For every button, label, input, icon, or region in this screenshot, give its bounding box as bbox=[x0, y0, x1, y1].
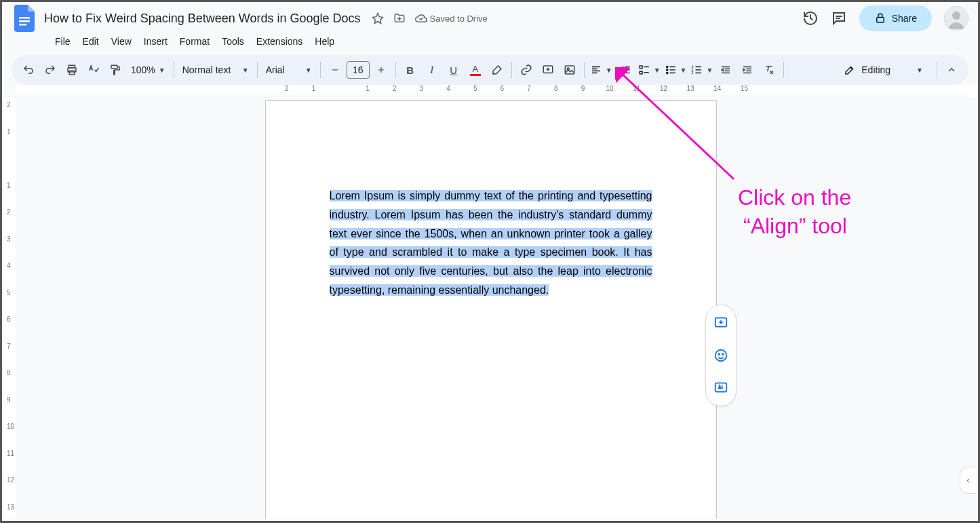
insert-link-button[interactable] bbox=[516, 60, 536, 80]
caret-icon: ▼ bbox=[706, 66, 713, 74]
font-size-input[interactable] bbox=[347, 61, 370, 79]
caret-icon: ▼ bbox=[159, 66, 165, 74]
share-button[interactable]: Share bbox=[859, 5, 932, 31]
user-avatar[interactable] bbox=[944, 6, 968, 31]
insert-image-button[interactable] bbox=[560, 60, 580, 80]
checklist-dropdown[interactable]: ▼ bbox=[637, 60, 662, 80]
numbered-list-dropdown[interactable]: 123▼ bbox=[689, 60, 714, 80]
document-paragraph[interactable]: Lorem Ipsum is simply dummy text of the … bbox=[330, 187, 652, 300]
docs-logo-icon[interactable] bbox=[12, 5, 39, 32]
svg-point-15 bbox=[666, 66, 667, 67]
line-spacing-button[interactable] bbox=[615, 60, 635, 80]
menu-format[interactable]: Format bbox=[174, 33, 215, 50]
selected-text[interactable]: Lorem Ipsum is simply dummy text of the … bbox=[330, 190, 652, 296]
caret-icon: ▼ bbox=[654, 66, 661, 74]
header-right: Share bbox=[802, 5, 968, 31]
svg-rect-11 bbox=[565, 66, 574, 74]
svg-point-26 bbox=[718, 353, 720, 355]
spellcheck-button[interactable] bbox=[83, 60, 104, 80]
history-icon[interactable] bbox=[802, 10, 819, 26]
svg-rect-9 bbox=[111, 65, 117, 69]
caret-icon: ▼ bbox=[916, 66, 923, 74]
font-dropdown[interactable]: Arial▼ bbox=[262, 60, 316, 80]
menu-edit[interactable]: Edit bbox=[77, 33, 104, 50]
separator bbox=[174, 62, 174, 78]
menu-insert[interactable]: Insert bbox=[138, 33, 173, 50]
bold-button[interactable]: B bbox=[400, 60, 420, 80]
redo-button[interactable] bbox=[40, 60, 60, 80]
collapse-toolbar-button[interactable] bbox=[941, 60, 962, 80]
editing-mode-dropdown[interactable]: Editing ▼ bbox=[834, 60, 933, 80]
paragraph-style-dropdown[interactable]: Normal text▼ bbox=[178, 60, 253, 80]
comments-icon[interactable] bbox=[831, 10, 847, 26]
svg-point-5 bbox=[952, 12, 960, 20]
document-title[interactable]: How to Fix Weird Spacing Between Words i… bbox=[44, 12, 361, 26]
svg-rect-1 bbox=[19, 20, 30, 22]
separator bbox=[511, 62, 512, 78]
separator bbox=[320, 62, 321, 78]
move-icon[interactable] bbox=[393, 12, 406, 24]
star-icon[interactable] bbox=[372, 12, 384, 24]
separator bbox=[783, 62, 784, 78]
share-label: Share bbox=[892, 13, 917, 24]
svg-rect-0 bbox=[19, 17, 30, 19]
svg-point-25 bbox=[715, 350, 726, 362]
paint-format-button[interactable] bbox=[105, 60, 125, 80]
svg-rect-13 bbox=[640, 66, 642, 69]
decrease-indent-button[interactable] bbox=[716, 60, 736, 80]
app-header: How to Fix Weird Spacing Between Words i… bbox=[2, 2, 978, 55]
svg-rect-14 bbox=[640, 71, 642, 74]
menu-file[interactable]: File bbox=[50, 33, 76, 50]
zoom-dropdown[interactable]: 100%▼ bbox=[127, 60, 170, 80]
menu-bar: File Edit View Insert Format Tools Exten… bbox=[12, 31, 968, 55]
highlight-button[interactable] bbox=[487, 60, 507, 80]
svg-text:3: 3 bbox=[692, 71, 694, 75]
document-workspace[interactable]: Lorem Ipsum is simply dummy text of the … bbox=[16, 95, 966, 519]
svg-rect-3 bbox=[876, 18, 884, 23]
menu-extensions[interactable]: Extensions bbox=[251, 33, 308, 50]
undo-button[interactable] bbox=[18, 60, 39, 80]
decrease-font-button[interactable] bbox=[325, 60, 345, 80]
cloud-saved-icon[interactable]: Saved to Drive bbox=[415, 12, 488, 24]
caret-icon: ▼ bbox=[606, 66, 612, 74]
svg-point-27 bbox=[722, 353, 723, 355]
svg-rect-2 bbox=[19, 24, 26, 26]
menu-tools[interactable]: Tools bbox=[216, 33, 250, 50]
title-icon-group: Saved to Drive bbox=[372, 12, 488, 24]
increase-font-button[interactable] bbox=[371, 60, 391, 80]
text-color-button[interactable]: A bbox=[465, 60, 486, 80]
caret-icon: ▼ bbox=[680, 66, 687, 74]
document-page[interactable]: Lorem Ipsum is simply dummy text of the … bbox=[265, 100, 717, 519]
add-comment-button[interactable] bbox=[538, 60, 558, 80]
underline-button[interactable]: U bbox=[444, 60, 464, 80]
title-row: How to Fix Weird Spacing Between Words i… bbox=[12, 6, 968, 31]
menu-view[interactable]: View bbox=[106, 33, 137, 50]
caret-icon: ▼ bbox=[305, 66, 312, 74]
bulleted-list-dropdown[interactable]: ▼ bbox=[663, 60, 688, 80]
separator bbox=[584, 62, 585, 78]
increase-indent-button[interactable] bbox=[737, 60, 758, 80]
separator bbox=[937, 62, 937, 78]
suggest-edits-button[interactable] bbox=[709, 376, 733, 400]
italic-button[interactable]: I bbox=[422, 60, 442, 80]
separator bbox=[395, 62, 396, 78]
svg-point-16 bbox=[666, 69, 667, 71]
toolbar: 100%▼ Normal text▼ Arial▼ B I U A ▼ ▼ ▼ … bbox=[12, 55, 968, 85]
floating-comment-bar bbox=[705, 305, 737, 406]
separator bbox=[257, 62, 258, 78]
align-dropdown[interactable]: ▼ bbox=[589, 60, 614, 80]
clear-formatting-button[interactable] bbox=[759, 60, 779, 80]
save-status-text: Saved to Drive bbox=[430, 14, 488, 24]
add-comment-floating-button[interactable] bbox=[709, 311, 733, 335]
print-button[interactable] bbox=[62, 60, 82, 80]
add-emoji-button[interactable] bbox=[709, 343, 733, 368]
caret-icon: ▼ bbox=[242, 66, 249, 74]
menu-help[interactable]: Help bbox=[309, 33, 340, 50]
side-panel-toggle[interactable]: ‹ bbox=[960, 467, 976, 494]
svg-point-17 bbox=[666, 72, 667, 73]
